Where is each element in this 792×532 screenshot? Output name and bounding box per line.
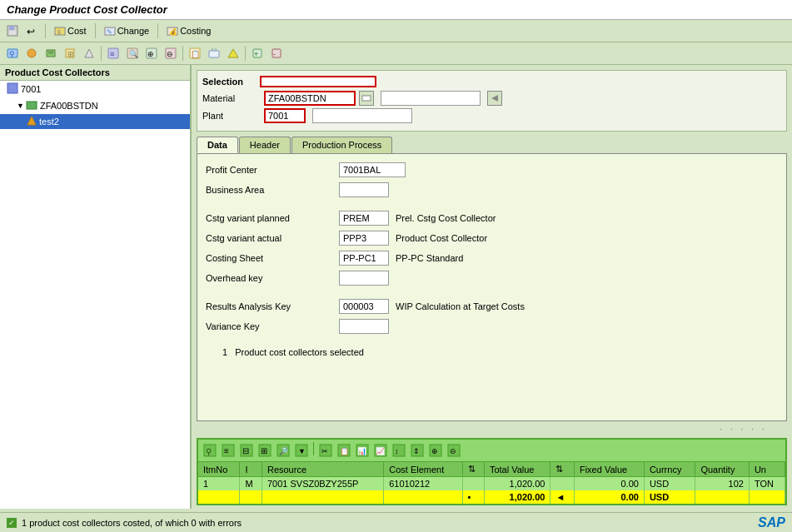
- svg-text:▼: ▼: [298, 447, 306, 455]
- col-currency[interactable]: Currncy: [644, 462, 695, 477]
- toolbar-btn-10[interactable]: 📋: [186, 44, 204, 62]
- results-btn-9[interactable]: 📊: [354, 442, 371, 459]
- col-sort2[interactable]: ⇅: [550, 462, 575, 477]
- material-nav-btn[interactable]: [487, 91, 502, 106]
- svg-text:📈: 📈: [376, 446, 386, 456]
- cell-total-value: 1,020.00: [484, 477, 550, 491]
- svg-text:≡: ≡: [110, 50, 114, 58]
- menu-change[interactable]: ✎ Change: [99, 23, 155, 38]
- toolbar-btn-3[interactable]: [42, 44, 60, 62]
- toolbar-btn-11[interactable]: [205, 44, 223, 62]
- results-btn-3[interactable]: ⊟: [238, 442, 255, 459]
- svg-text:⊖: ⊖: [167, 50, 173, 58]
- results-key-label: Results Analysis Key: [206, 301, 339, 311]
- toolbar-btn-12[interactable]: [224, 44, 242, 62]
- toolbar-btn-14[interactable]: -: [267, 44, 286, 62]
- col-quantity[interactable]: Quantity: [695, 462, 749, 477]
- tab-header[interactable]: Header: [239, 137, 291, 153]
- svg-text:🔍: 🔍: [129, 49, 138, 59]
- costing-sheet-input[interactable]: [339, 251, 389, 266]
- toolbar-btn-1[interactable]: ⚲: [3, 44, 22, 62]
- results-btn-7[interactable]: ✂: [317, 442, 334, 459]
- toolbar-btn-2[interactable]: [22, 44, 41, 62]
- svg-rect-38: [27, 102, 37, 109]
- variance-key-input[interactable]: [339, 319, 389, 334]
- results-btn-12[interactable]: ⇕: [409, 442, 426, 459]
- menu-cost[interactable]: $ Cost: [49, 23, 92, 38]
- svg-marker-18: [85, 49, 93, 57]
- col-sort1[interactable]: ⇅: [462, 462, 484, 477]
- svg-text:📋: 📋: [340, 446, 350, 456]
- cstg-actual-input[interactable]: [339, 231, 389, 246]
- divider-dots: · · · · ·: [192, 421, 792, 435]
- material-desc-input[interactable]: [381, 91, 481, 106]
- col-i[interactable]: I: [240, 462, 262, 477]
- form-row-business-area: Business Area: [206, 182, 778, 197]
- table-total-row: • 1,020.00 ◄ 0.00 USD: [198, 490, 785, 504]
- cstg-planned-input[interactable]: [339, 211, 389, 226]
- form-row-results-key: Results Analysis Key WIP Calculation at …: [206, 299, 778, 314]
- title-bar: Change Product Cost Collector: [0, 0, 792, 20]
- cell-sort1: [462, 477, 484, 491]
- selection-row-material: Material: [202, 91, 781, 106]
- selected-count: 1: [222, 347, 227, 357]
- results-btn-8[interactable]: 📋: [336, 442, 352, 459]
- toolbar-btn-4[interactable]: ⊞: [61, 44, 79, 62]
- svg-text:⇕: ⇕: [413, 447, 420, 455]
- total-value: 1,020.00: [484, 490, 550, 504]
- results-btn-13[interactable]: ⊕: [427, 442, 444, 459]
- costing-sheet-desc: PP-PC Standard: [396, 253, 463, 263]
- col-total-value[interactable]: Total Value: [484, 462, 550, 477]
- svg-text:⊞: ⊞: [67, 50, 74, 58]
- results-btn-5[interactable]: 🔎: [275, 442, 291, 459]
- plant-input[interactable]: [264, 108, 306, 123]
- results-btn-1[interactable]: ⚲: [202, 442, 218, 459]
- tree-item-material[interactable]: ▼ ZFA00BSTDN: [0, 97, 190, 114]
- results-key-input[interactable]: [339, 299, 389, 314]
- plant-desc-input[interactable]: [312, 108, 412, 123]
- col-resource[interactable]: Resource: [262, 462, 383, 477]
- tab-data[interactable]: Data: [197, 137, 238, 153]
- business-area-input[interactable]: [339, 182, 389, 197]
- results-btn-14[interactable]: ⊖: [446, 442, 462, 459]
- svg-rect-41: [362, 96, 371, 101]
- cstg-actual-desc: Product Cost Collector: [396, 233, 487, 243]
- svg-marker-32: [228, 49, 238, 57]
- material-search-btn[interactable]: [359, 91, 374, 106]
- results-btn-2[interactable]: ≡: [220, 442, 237, 459]
- table-row[interactable]: 1 M 7001 SVSZ0BZY255P 61010212 1,020.00 …: [198, 477, 785, 491]
- tree-item-test2[interactable]: test2: [0, 114, 190, 129]
- form-row-variance-key: Variance Key: [206, 319, 778, 334]
- toolbar-btn-8[interactable]: ⊕: [142, 44, 161, 62]
- results-btn-6[interactable]: ▼: [293, 442, 310, 459]
- results-btn-11[interactable]: ↕: [391, 442, 407, 459]
- menu-sep3: [157, 23, 158, 38]
- selection-area: Selection Material Plant: [197, 70, 787, 132]
- toolbar-undo-btn[interactable]: ↩: [23, 22, 42, 40]
- toolbar-btn-5[interactable]: [80, 44, 98, 62]
- overhead-key-input[interactable]: [339, 271, 389, 286]
- svg-text:📋: 📋: [191, 49, 201, 59]
- svg-text:⚲: ⚲: [206, 447, 212, 456]
- tab-production-process[interactable]: Production Process: [291, 137, 392, 153]
- tree-item-7001[interactable]: 7001: [0, 81, 190, 97]
- material-input[interactable]: [264, 91, 356, 106]
- toolbar-save-btn[interactable]: [3, 22, 22, 40]
- col-cost-element[interactable]: Cost Element: [384, 462, 462, 477]
- col-unit[interactable]: Un: [749, 462, 785, 477]
- toolbar-btn-7[interactable]: 🔍: [123, 44, 142, 62]
- col-fixed-value[interactable]: Fixed Value: [574, 462, 644, 477]
- cell-itmno: 1: [198, 477, 240, 491]
- toolbar-btn-9[interactable]: ⊖: [162, 44, 180, 62]
- results-btn-10[interactable]: 📈: [372, 442, 389, 459]
- svg-text:↕: ↕: [395, 447, 399, 455]
- toolbar-btn-6[interactable]: ≡: [104, 44, 122, 62]
- toolbar: ⚲ ⊞ ≡ 🔍 ⊕ ⊖ 📋 + -: [0, 42, 792, 65]
- svg-text:✂: ✂: [321, 447, 328, 455]
- col-itmno[interactable]: ItmNo: [198, 462, 240, 477]
- svg-rect-1: [9, 26, 14, 30]
- menu-costing[interactable]: 💰 Costing: [162, 23, 216, 38]
- results-btn-4[interactable]: ⊞: [257, 442, 273, 459]
- toolbar-btn-13[interactable]: +: [248, 44, 266, 62]
- profit-center-input[interactable]: [339, 162, 406, 177]
